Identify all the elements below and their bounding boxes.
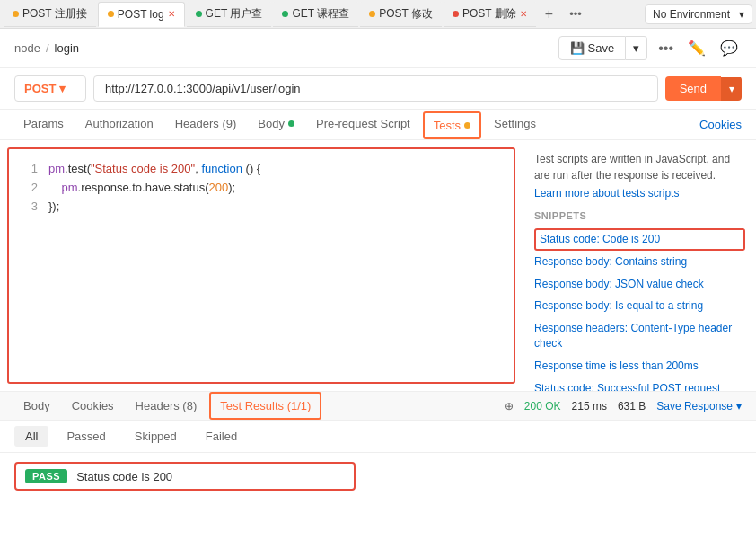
response-status: 200 OK — [524, 400, 561, 412]
snippet-body-equal[interactable]: Response body: Is equal to a string — [534, 295, 745, 317]
method-selector[interactable]: POST ▾ — [14, 75, 86, 102]
snippet-status-200[interactable]: Status code: Code is 200 — [534, 228, 745, 251]
response-meta: ⊕ 200 OK 215 ms 631 B Save Response ▾ — [505, 400, 742, 412]
top-tab-get-user[interactable]: GET 用户查 — [187, 2, 272, 27]
breadcrumb-current: login — [55, 41, 79, 55]
snippet-body-contains[interactable]: Response body: Contains string — [534, 251, 745, 273]
chevron-down-icon: ▾ — [739, 8, 744, 21]
send-button[interactable]: Send — [665, 76, 721, 101]
result-filter-tabs: All Passed Skipped Failed — [0, 421, 756, 453]
environment-selector[interactable]: No Environment ▾ — [645, 4, 752, 24]
pass-badge: PASS — [25, 469, 67, 483]
response-size: 631 B — [618, 400, 646, 412]
result-tab-passed[interactable]: Passed — [56, 426, 116, 447]
breadcrumb-separator: / — [46, 41, 49, 55]
more-tabs-button[interactable]: ••• — [562, 4, 589, 24]
send-button-group: Send ▾ — [665, 76, 742, 101]
dot-icon — [13, 11, 19, 17]
send-dropdown-button[interactable]: ▾ — [721, 77, 742, 101]
comment-button[interactable]: 💬 — [716, 36, 742, 60]
dot-icon — [282, 11, 288, 17]
chevron-down-icon: ▾ — [736, 400, 742, 412]
resp-tab-headers[interactable]: Headers (8) — [127, 392, 207, 420]
url-input[interactable] — [93, 75, 658, 102]
top-tab-bar: POST 注册接 POST log ✕ GET 用户查 GET 课程查 POST… — [0, 0, 756, 29]
code-editor[interactable]: 1 pm.test("Status code is 200", function… — [7, 147, 515, 384]
result-tab-skipped[interactable]: Skipped — [124, 426, 188, 447]
tests-dot-icon — [464, 122, 470, 129]
snippets-description: Test scripts are written in JavaScript, … — [534, 151, 745, 183]
body-dot-icon — [288, 120, 294, 127]
globe-icon: ⊕ — [505, 400, 514, 412]
tab-params[interactable]: Params — [14, 110, 73, 139]
dot-icon — [369, 11, 375, 17]
test-results-area: PASS Status code is 200 — [0, 453, 756, 500]
snippets-label: SNIPPETS — [534, 210, 745, 221]
request-bar: POST ▾ Send ▾ — [0, 68, 756, 110]
snippet-json-value[interactable]: Response body: JSON value check — [534, 273, 745, 296]
tab-body[interactable]: Body — [249, 110, 303, 139]
learn-more-link[interactable]: Learn more about tests scripts — [534, 187, 745, 200]
add-tab-button[interactable]: + — [538, 3, 560, 26]
top-tab-post-modify[interactable]: POST 修改 — [360, 2, 442, 27]
main-content: 1 pm.test("Status code is 200", function… — [0, 140, 756, 392]
tab-authorization[interactable]: Authorization — [76, 110, 163, 139]
line-number: 2 — [23, 179, 38, 198]
dot-icon — [108, 11, 114, 17]
tab-headers[interactable]: Headers (9) — [166, 110, 246, 139]
response-time: 215 ms — [572, 400, 607, 412]
save-dropdown-button[interactable]: ▾ — [626, 36, 647, 60]
code-line-1: 1 pm.test("Status code is 200", function… — [23, 160, 499, 179]
result-tab-failed[interactable]: Failed — [195, 426, 248, 447]
top-tab-post-delete[interactable]: POST 删除 ✕ — [444, 2, 536, 27]
resp-tab-cookies[interactable]: Cookies — [63, 392, 123, 420]
tab-tests[interactable]: Tests — [423, 111, 481, 139]
breadcrumb-actions: 💾 Save ▾ ••• ✏️ 💬 — [558, 36, 742, 60]
breadcrumb-node[interactable]: node — [14, 41, 40, 55]
code-line-2: 2 pm.response.to.have.status(200); — [23, 179, 499, 198]
resp-tab-body[interactable]: Body — [14, 392, 59, 420]
tab-settings[interactable]: Settings — [485, 110, 545, 139]
response-tabs: Body Cookies Headers (8) Test Results (1… — [0, 392, 756, 421]
snippets-panel: Test scripts are written in JavaScript, … — [523, 140, 756, 391]
breadcrumb: node / login — [14, 41, 79, 55]
save-response-button[interactable]: Save Response ▾ — [656, 400, 742, 412]
dot-icon — [196, 11, 202, 17]
line-number: 3 — [23, 198, 38, 217]
more-options-button[interactable]: ••• — [655, 37, 677, 60]
breadcrumb-bar: node / login 💾 Save ▾ ••• ✏️ 💬 — [0, 29, 756, 68]
result-tab-all[interactable]: All — [14, 426, 48, 447]
snippet-content-type[interactable]: Response headers: Content-Type header ch… — [534, 317, 745, 355]
chevron-down-icon: ▾ — [59, 82, 66, 95]
cookies-link[interactable]: Cookies — [699, 118, 742, 131]
dot-icon — [453, 11, 459, 17]
tab-pre-request[interactable]: Pre-request Script — [307, 110, 419, 139]
snippet-response-time[interactable]: Response time is less than 200ms — [534, 355, 745, 377]
close-icon[interactable]: ✕ — [520, 9, 527, 19]
top-tab-get-course[interactable]: GET 课程查 — [273, 2, 358, 27]
line-number: 1 — [23, 160, 38, 179]
top-tab-log[interactable]: POST log ✕ — [98, 2, 185, 27]
save-button[interactable]: 💾 Save — [558, 36, 627, 60]
test-result-row: PASS Status code is 200 — [14, 462, 356, 491]
bottom-section: Body Cookies Headers (8) Test Results (1… — [0, 392, 756, 536]
save-icon: 💾 — [570, 41, 585, 55]
snippet-successful-post[interactable]: Status code: Successful POST request — [534, 377, 745, 391]
test-result-label: Status code is 200 — [76, 470, 172, 483]
close-icon[interactable]: ✕ — [168, 9, 175, 19]
top-tab-register[interactable]: POST 注册接 — [4, 2, 96, 27]
resp-tab-test-results[interactable]: Test Results (1/1) — [209, 392, 321, 420]
edit-button[interactable]: ✏️ — [684, 36, 709, 60]
request-tabs: Params Authorization Headers (9) Body Pr… — [0, 110, 756, 140]
code-line-3: 3 }); — [23, 198, 499, 217]
